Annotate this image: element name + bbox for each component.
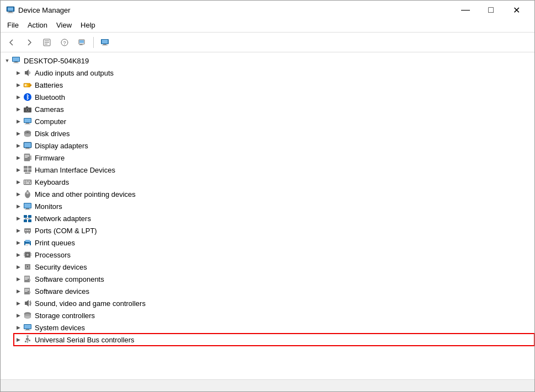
processors-expand[interactable]: ▶ xyxy=(14,250,23,259)
processors-node-content[interactable]: ▶ xyxy=(14,249,534,261)
node-storage: ▶ Stora xyxy=(3,309,534,321)
svg-point-81 xyxy=(27,230,28,231)
disk-expand[interactable]: ▶ xyxy=(14,129,23,138)
svg-rect-15 xyxy=(102,40,108,44)
audio-expand[interactable]: ▶ xyxy=(14,68,23,77)
svg-rect-93 xyxy=(26,254,29,256)
properties-button[interactable] xyxy=(39,35,55,50)
print-expand[interactable]: ▶ xyxy=(14,238,23,247)
svg-rect-62 xyxy=(30,182,31,184)
hid-node-content[interactable]: ▶ Human xyxy=(14,164,534,176)
menu-view[interactable]: View xyxy=(52,19,76,31)
disk-node-content[interactable]: ▶ Disk drives xyxy=(14,127,534,139)
security-expand[interactable]: ▶ xyxy=(14,262,23,271)
maximize-button[interactable]: □ xyxy=(478,1,504,19)
mice-label: Mice and other pointing devices xyxy=(35,190,136,198)
node-keyboard: ▶ xyxy=(3,176,534,188)
device-tree[interactable]: ▼ DESKTOP-504K819 xyxy=(1,52,534,379)
node-ports: ▶ xyxy=(3,224,534,237)
svg-marker-125 xyxy=(26,335,29,336)
keyboard-node-content[interactable]: ▶ xyxy=(14,176,534,188)
network-node-content[interactable]: ▶ xyxy=(14,212,534,224)
svg-point-119 xyxy=(24,316,31,319)
keyboard-expand[interactable]: ▶ xyxy=(14,178,23,186)
node-network: ▶ xyxy=(3,212,534,224)
svg-rect-74 xyxy=(28,219,31,222)
print-label: Print queues xyxy=(35,239,75,247)
software-dev-expand[interactable]: ▶ xyxy=(14,287,23,296)
update-driver-button[interactable] xyxy=(74,35,90,50)
svg-rect-107 xyxy=(25,279,28,280)
hid-expand[interactable]: ▶ xyxy=(14,165,23,174)
batteries-node-content[interactable]: ▶ ⚡ Batteries xyxy=(14,79,534,91)
svg-rect-32 xyxy=(26,106,28,108)
svg-rect-54 xyxy=(25,173,30,174)
mice-node-content[interactable]: ▶ Mice and other pointing de xyxy=(14,188,534,200)
menu-action[interactable]: Action xyxy=(23,19,52,31)
device-manager-window: Device Manager — □ ✕ File Action View He… xyxy=(0,0,535,392)
display-expand[interactable]: ▶ xyxy=(14,141,23,150)
processors-label: Processors xyxy=(35,251,71,259)
sound-node-content[interactable]: ▶ Sound, video and game controllers xyxy=(14,297,534,309)
cameras-node-content[interactable]: ▶ Cameras xyxy=(14,103,534,115)
svg-rect-87 xyxy=(25,244,30,246)
print-node-content[interactable]: ▶ xyxy=(14,237,534,249)
batteries-expand[interactable]: ▶ xyxy=(14,80,23,89)
svg-rect-83 xyxy=(25,233,26,234)
software-comp-expand[interactable]: ▶ xyxy=(14,275,23,283)
sound-expand[interactable]: ▶ xyxy=(14,299,23,308)
usb-node-content[interactable]: ▶ Unive xyxy=(14,334,534,346)
bluetooth-node-content[interactable]: ▶ ᛒ Bluetooth xyxy=(14,91,534,103)
computer-node-content[interactable]: ▶ Computer xyxy=(14,115,534,127)
svg-rect-24 xyxy=(30,84,31,86)
firmware-node-content[interactable]: ▶ Firmw xyxy=(14,152,534,164)
ports-expand[interactable]: ▶ xyxy=(14,226,23,235)
monitors-node-content[interactable]: ▶ Monitors xyxy=(14,200,534,212)
bluetooth-expand[interactable]: ▶ xyxy=(14,93,23,101)
close-button[interactable]: ✕ xyxy=(504,1,529,19)
root-node-content[interactable]: ▼ DESKTOP-504K819 xyxy=(3,55,534,67)
system-node-content[interactable]: ▶ System devices xyxy=(14,321,534,334)
computer-expand[interactable]: ▶ xyxy=(14,117,23,126)
node-firmware: ▶ Firmw xyxy=(3,152,534,164)
toolbar: ? xyxy=(1,33,534,52)
monitors-expand[interactable]: ▶ xyxy=(14,202,23,211)
forward-button[interactable] xyxy=(22,35,37,50)
storage-node-content[interactable]: ▶ Stora xyxy=(14,309,534,321)
svg-rect-105 xyxy=(25,277,29,277)
menu-help[interactable]: Help xyxy=(76,19,100,31)
firmware-expand[interactable]: ▶ xyxy=(14,153,23,162)
svg-rect-98 xyxy=(30,254,31,255)
help-button[interactable]: ? xyxy=(57,35,72,50)
show-devices-button[interactable] xyxy=(97,35,113,50)
svg-rect-3 xyxy=(8,13,13,13)
usb-expand[interactable]: ▶ xyxy=(14,335,23,344)
batteries-label: Batteries xyxy=(35,81,63,89)
content-area: ▼ DESKTOP-504K819 xyxy=(1,52,534,379)
security-node-content[interactable]: ▶ Security devices xyxy=(14,261,534,273)
svg-rect-12 xyxy=(80,44,82,45)
display-node-content[interactable]: ▶ Display adapters xyxy=(14,139,534,152)
system-expand[interactable]: ▶ xyxy=(14,323,23,332)
software-dev-node-content[interactable]: ▶ Softw xyxy=(14,285,534,297)
root-expand-arrow[interactable]: ▼ xyxy=(3,56,12,65)
node-security: ▶ Security devices xyxy=(3,261,534,273)
svg-rect-70 xyxy=(25,210,30,210)
mice-expand[interactable]: ▶ xyxy=(14,190,23,198)
title-bar: Device Manager — □ ✕ xyxy=(1,1,534,18)
minimize-button[interactable]: — xyxy=(453,1,478,19)
node-print: ▶ xyxy=(3,237,534,249)
svg-rect-55 xyxy=(24,180,31,185)
cameras-expand[interactable]: ▶ xyxy=(14,105,23,114)
firmware-label: Firmware xyxy=(35,154,65,162)
back-button[interactable] xyxy=(4,35,19,50)
menu-file[interactable]: File xyxy=(3,19,23,31)
storage-expand[interactable]: ▶ xyxy=(14,311,23,320)
svg-rect-47 xyxy=(25,156,29,157)
network-expand[interactable]: ▶ xyxy=(14,214,23,223)
audio-node-content[interactable]: ▶ Audio inputs and outputs xyxy=(14,67,534,79)
mouse-icon xyxy=(23,189,33,199)
software-comp-node-content[interactable]: ▶ Softw xyxy=(14,273,534,285)
svg-rect-123 xyxy=(25,330,30,331)
ports-node-content[interactable]: ▶ xyxy=(14,224,534,237)
